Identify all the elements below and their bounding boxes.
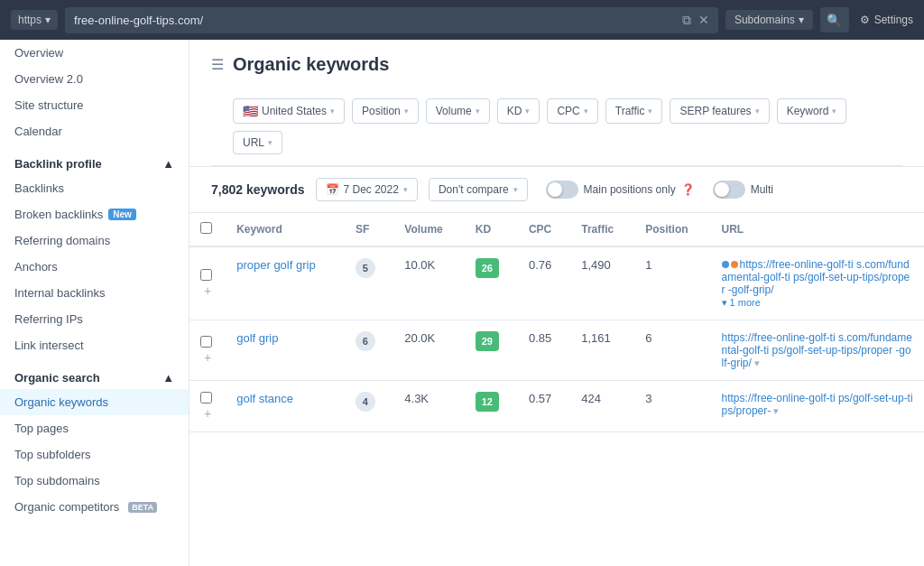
keyword-link-2[interactable]: golf stance xyxy=(236,392,293,405)
select-all-checkbox[interactable] xyxy=(200,222,212,234)
us-flag-icon: 🇺🇸 xyxy=(243,104,258,118)
keyword-link-0[interactable]: proper golf grip xyxy=(236,258,315,272)
table-controls: 7,802 keywords 📅 7 Dec 2022 ▾ Don't comp… xyxy=(189,167,924,213)
filter-url[interactable]: URL ▾ xyxy=(233,131,282,154)
sidebar-item-backlinks[interactable]: Backlinks xyxy=(0,175,189,201)
sf-badge-2: 4 xyxy=(356,392,375,412)
keyword-filter-chevron: ▾ xyxy=(832,107,836,116)
backlink-collapse-icon[interactable]: ▲ xyxy=(162,157,174,171)
sidebar-item-anchors[interactable]: Anchors xyxy=(0,254,189,280)
sidebar-item-organic-competitors[interactable]: Organic competitorsBETA xyxy=(0,494,189,520)
hamburger-icon[interactable]: ☰ xyxy=(211,56,224,73)
sidebar-item-top-subdomains[interactable]: Top subdomains xyxy=(0,468,189,494)
cpc-chevron: ▾ xyxy=(584,107,588,116)
cpc-cell-2: 0.57 xyxy=(518,381,570,432)
sidebar-item-organic-keywords[interactable]: Organic keywords xyxy=(0,389,189,415)
filter-country[interactable]: 🇺🇸 United States ▾ xyxy=(233,98,345,124)
compare-dropdown[interactable]: Don't compare ▾ xyxy=(429,178,528,201)
keyword-link-1[interactable]: golf grip xyxy=(236,331,278,345)
url-bar[interactable]: free-online-golf-tips.com/ ⧉ ✕ xyxy=(65,7,718,33)
cpc-cell-1: 0.85 xyxy=(518,320,570,381)
url-link-2[interactable]: https://free-online-golf-ti ps/golf-set-… xyxy=(722,392,913,417)
volume-cell-2: 4.3K xyxy=(393,381,465,432)
filter-traffic-label: Traffic xyxy=(615,105,645,117)
url-link-0[interactable]: https://free-online-golf-ti s.com/fundam… xyxy=(722,258,910,296)
sidebar-item-top-subfolders[interactable]: Top subfolders xyxy=(0,441,189,468)
external-link-icon[interactable]: ⧉ xyxy=(682,13,691,28)
sidebar-item-top-pages[interactable]: Top pages xyxy=(0,415,189,441)
filter-kd[interactable]: KD ▾ xyxy=(497,98,541,124)
main-layout: OverviewOverview 2.0Site structureCalend… xyxy=(0,40,924,566)
sidebar-item-internal-backlinks[interactable]: Internal backlinks xyxy=(0,280,189,306)
page-title: Organic keywords xyxy=(233,54,389,75)
keyword-cell-2: golf stance xyxy=(226,381,345,432)
help-icon[interactable]: ❓ xyxy=(681,183,695,196)
serp-chevron: ▾ xyxy=(755,107,760,116)
sf-cell-1: 6 xyxy=(345,320,393,381)
row-checkbox-2[interactable] xyxy=(200,392,212,404)
kd-badge-1: 29 xyxy=(476,331,499,351)
filter-serp-label: SERP features xyxy=(679,105,751,117)
keyword-cell-1: golf grip xyxy=(226,320,345,381)
filter-traffic[interactable]: Traffic ▾ xyxy=(605,98,663,124)
filter-kd-label: KD xyxy=(507,105,522,117)
table-row: +proper golf grip510.0K260.761,4901https… xyxy=(189,246,924,320)
position-cell-2: 3 xyxy=(634,381,710,432)
url-filter-chevron: ▾ xyxy=(268,138,273,147)
keywords-table: Keyword SF Volume KD CPC Traffic Positio… xyxy=(189,213,924,432)
page-title-row: ☰ Organic keywords xyxy=(211,54,902,75)
protocol-chevron: ▾ xyxy=(45,14,51,26)
kd-cell-1: 29 xyxy=(465,320,518,381)
filter-volume[interactable]: Volume ▾ xyxy=(426,98,490,124)
row-checkbox-0[interactable] xyxy=(200,269,212,281)
url-more-0[interactable]: ▾ 1 more xyxy=(722,297,761,308)
filter-cpc[interactable]: CPC ▾ xyxy=(547,98,597,124)
organic-collapse-icon[interactable]: ▲ xyxy=(162,371,174,385)
col-header-volume: Volume xyxy=(393,213,465,246)
table-row: +golf stance44.3K120.574243https://free-… xyxy=(189,381,924,432)
kd-badge-0: 26 xyxy=(476,258,499,278)
col-header-position: Position xyxy=(634,213,710,246)
settings-label: Settings xyxy=(874,14,913,26)
sidebar-item-referring-ips[interactable]: Referring IPs xyxy=(0,306,189,332)
keywords-table-wrap: Keyword SF Volume KD CPC Traffic Positio… xyxy=(189,213,924,566)
sidebar-section-organic: Organic search ▲ xyxy=(0,362,189,389)
main-positions-toggle-wrap: Main positions only ❓ xyxy=(546,181,695,199)
position-cell-0: 1 xyxy=(634,246,710,320)
url-dot-icon xyxy=(722,258,740,271)
sidebar-item-broken-backlinks[interactable]: Broken backlinksNew xyxy=(0,201,189,227)
search-button[interactable]: 🔍 xyxy=(820,7,849,32)
protocol-dropdown[interactable]: https ▾ xyxy=(11,10,58,30)
filter-keyword[interactable]: Keyword ▾ xyxy=(777,98,847,124)
row-checkbox-1[interactable] xyxy=(200,336,212,348)
add-button-2[interactable]: + xyxy=(200,406,215,421)
close-icon[interactable]: ✕ xyxy=(698,13,709,27)
add-button-1[interactable]: + xyxy=(200,350,215,365)
subdomains-dropdown[interactable]: Subdomains ▾ xyxy=(725,10,813,30)
sidebar-item-overview2[interactable]: Overview 2.0 xyxy=(0,66,189,92)
sidebar-item-overview[interactable]: Overview xyxy=(0,40,189,66)
cpc-cell-0: 0.76 xyxy=(518,246,570,320)
date-chevron: ▾ xyxy=(403,185,408,194)
subdomains-label: Subdomains xyxy=(735,14,795,26)
calendar-icon: 📅 xyxy=(326,183,339,196)
sidebar-item-referring-domains[interactable]: Referring domains xyxy=(0,227,189,254)
kd-cell-2: 12 xyxy=(465,381,518,432)
sidebar-section-backlink: Backlink profile ▲ xyxy=(0,148,189,175)
filter-volume-label: Volume xyxy=(436,105,472,117)
sidebar-item-site-structure[interactable]: Site structure xyxy=(0,92,189,118)
sidebar-item-link-intersect[interactable]: Link intersect xyxy=(0,332,189,358)
traffic-cell-0: 1,490 xyxy=(570,246,634,320)
add-button-0[interactable]: + xyxy=(200,283,215,298)
select-all-header[interactable] xyxy=(189,213,226,246)
filter-serp[interactable]: SERP features ▾ xyxy=(670,98,769,124)
filter-position[interactable]: Position ▾ xyxy=(352,98,419,124)
main-positions-toggle[interactable] xyxy=(546,181,578,199)
sidebar-item-calendar[interactable]: Calendar xyxy=(0,118,189,144)
date-picker[interactable]: 📅 7 Dec 2022 ▾ xyxy=(316,178,418,201)
top-bar: https ▾ free-online-golf-tips.com/ ⧉ ✕ S… xyxy=(0,0,924,40)
multi-toggle[interactable] xyxy=(713,181,745,199)
settings-link[interactable]: ⚙ Settings xyxy=(860,14,913,26)
url-link-1[interactable]: https://free-online-golf-ti s.com/fundam… xyxy=(722,331,912,369)
volume-cell-1: 20.0K xyxy=(393,320,465,381)
